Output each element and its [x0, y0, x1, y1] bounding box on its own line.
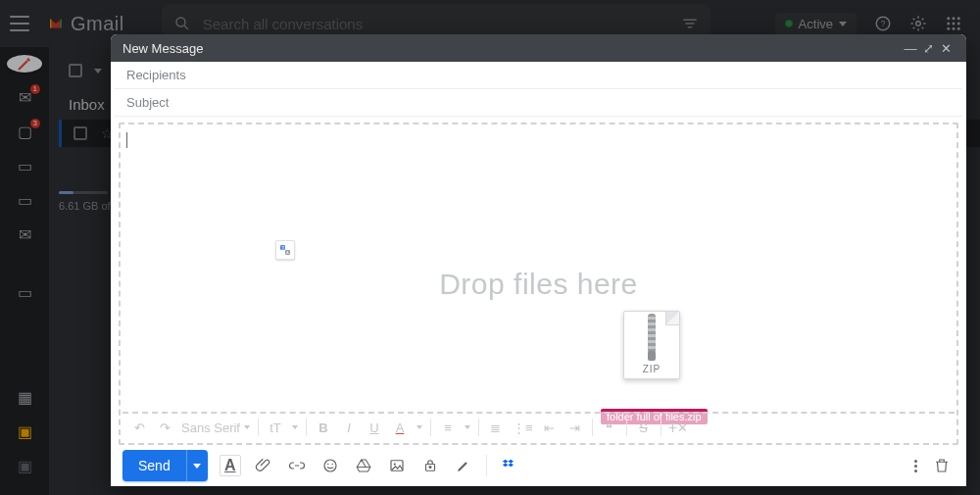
insert-emoji-button[interactable]: [319, 455, 341, 476]
lock-clock-icon: [421, 457, 439, 474]
status-pill[interactable]: Active: [775, 13, 857, 35]
svg-point-11: [947, 27, 950, 30]
redo-button[interactable]: ↷: [156, 421, 173, 435]
left-rail: ✉1 ▢3 ▭ ▭ ✉ ▭ ▦ ▣ ▣ ▭ ＋: [0, 47, 49, 495]
font-family-label: Sans Serif: [181, 421, 240, 435]
close-button[interactable]: ✕: [937, 41, 955, 56]
trash-icon: [933, 457, 951, 474]
document-rail-icon[interactable]: ▭: [15, 157, 34, 175]
svg-point-6: [953, 17, 956, 20]
svg-point-4: [916, 22, 921, 26]
emoji-icon: [321, 457, 339, 474]
dragged-file[interactable]: ZIP: [620, 311, 683, 379]
envelope-rail-icon[interactable]: ✉: [15, 225, 34, 244]
dropbox-button[interactable]: [499, 455, 520, 476]
photo-icon: [388, 457, 406, 474]
drive-icon: [355, 457, 372, 474]
spaces-rail-icon[interactable]: ▦: [15, 388, 34, 407]
font-family-select[interactable]: Sans Serif: [181, 421, 250, 435]
svg-point-10: [957, 23, 960, 25]
compose-titlebar[interactable]: New Message — ⤢ ✕: [111, 34, 966, 62]
fullscreen-button[interactable]: ⤢: [919, 41, 937, 56]
strikethrough-button[interactable]: S: [635, 421, 653, 435]
undo-button[interactable]: ↶: [130, 421, 148, 435]
chevron-down-icon: [839, 22, 847, 26]
pen-icon: [455, 457, 472, 474]
send-options-button[interactable]: [186, 450, 208, 481]
compose-action-bar: Send A: [111, 445, 966, 486]
indent-more-button[interactable]: ⇥: [566, 421, 584, 435]
svg-point-7: [957, 17, 960, 20]
text-color-button[interactable]: A: [391, 421, 409, 435]
confidential-mode-button[interactable]: [419, 455, 441, 476]
unordered-list-button[interactable]: ⋮≡: [513, 421, 533, 435]
apps-grid-icon[interactable]: [945, 15, 962, 32]
settings-gear-icon[interactable]: [909, 15, 927, 32]
storage-meter: 6.61 GB of: [59, 191, 111, 212]
svg-point-22: [393, 463, 395, 465]
compose-window: New Message — ⤢ ✕ Recipients Subject Dro…: [111, 34, 966, 486]
chevron-down-icon: [244, 425, 250, 429]
link-icon: [288, 457, 306, 474]
translate-icon[interactable]: 文A: [275, 240, 295, 260]
attach-file-button[interactable]: [253, 455, 274, 476]
svg-point-13: [957, 27, 960, 30]
gmail-icon: [47, 15, 65, 32]
chevron-down-icon: [465, 425, 470, 429]
subject-field[interactable]: Subject: [115, 89, 962, 117]
quote-button[interactable]: ❝: [601, 421, 618, 435]
insert-drive-button[interactable]: [353, 455, 374, 476]
compose-body-dropzone[interactable]: Drop files here 文A ZIP folder full of fi…: [119, 123, 958, 445]
formatting-toolbar: ↶ ↷ Sans Serif tT B I U A ≡ ≣ ⋮≡ ⇤ ⇥ ❝: [122, 412, 955, 441]
svg-text:?: ?: [881, 20, 886, 28]
align-button[interactable]: ≡: [439, 421, 457, 435]
recipients-field[interactable]: Recipients: [115, 62, 962, 89]
subject-label: Subject: [126, 95, 169, 110]
discard-draft-button[interactable]: [931, 455, 953, 476]
chat-bubble-icon[interactable]: ▭: [15, 283, 34, 302]
app-rail-icon-2[interactable]: ▣: [15, 457, 34, 475]
font-size-button[interactable]: tT: [267, 421, 284, 435]
search-options-icon[interactable]: [681, 15, 699, 32]
row-checkbox[interactable]: [74, 126, 87, 140]
drop-hint-text: Drop files here: [439, 268, 638, 301]
ordered-list-button[interactable]: ≣: [487, 421, 505, 435]
svg-point-9: [953, 23, 956, 25]
minimize-button[interactable]: —: [902, 41, 919, 56]
mail-rail-icon[interactable]: ✉1: [15, 88, 34, 107]
status-label: Active: [799, 17, 833, 31]
insert-photo-button[interactable]: [386, 455, 408, 476]
indent-less-button[interactable]: ⇤: [541, 421, 559, 435]
svg-point-19: [327, 464, 329, 466]
insert-link-button[interactable]: [286, 455, 308, 476]
chat-rail-icon[interactable]: ▢3: [15, 123, 34, 141]
search-input[interactable]: [203, 16, 669, 32]
svg-point-18: [324, 460, 336, 471]
gmail-logo[interactable]: Gmail: [47, 13, 124, 35]
italic-button[interactable]: I: [340, 421, 358, 435]
bold-button[interactable]: B: [315, 421, 332, 435]
gmail-word: Gmail: [71, 13, 124, 35]
text-caret: [126, 132, 127, 148]
storage-text: 6.61 GB of: [59, 200, 111, 212]
svg-point-12: [953, 27, 956, 30]
status-dot-icon: [785, 20, 793, 27]
send-button[interactable]: Send: [122, 458, 186, 473]
help-icon[interactable]: ?: [874, 15, 892, 32]
insert-signature-button[interactable]: [453, 455, 474, 476]
recipients-label: Recipients: [126, 68, 186, 82]
document2-rail-icon[interactable]: ▭: [15, 191, 34, 210]
chevron-down-icon: [416, 425, 422, 429]
remove-formatting-button[interactable]: T✕: [669, 421, 688, 435]
svg-point-24: [428, 466, 431, 469]
formatting-toggle-button[interactable]: A: [220, 455, 241, 476]
main-menu-button[interactable]: [8, 12, 31, 35]
compose-fab[interactable]: [7, 55, 42, 73]
svg-point-0: [176, 18, 185, 26]
app-rail-icon-1[interactable]: ▣: [15, 422, 34, 441]
svg-line-1: [184, 25, 188, 29]
underline-button[interactable]: U: [366, 421, 383, 435]
nav-inbox[interactable]: Inbox: [49, 47, 118, 113]
more-options-button[interactable]: [914, 460, 917, 472]
pencil-icon: [16, 55, 33, 73]
